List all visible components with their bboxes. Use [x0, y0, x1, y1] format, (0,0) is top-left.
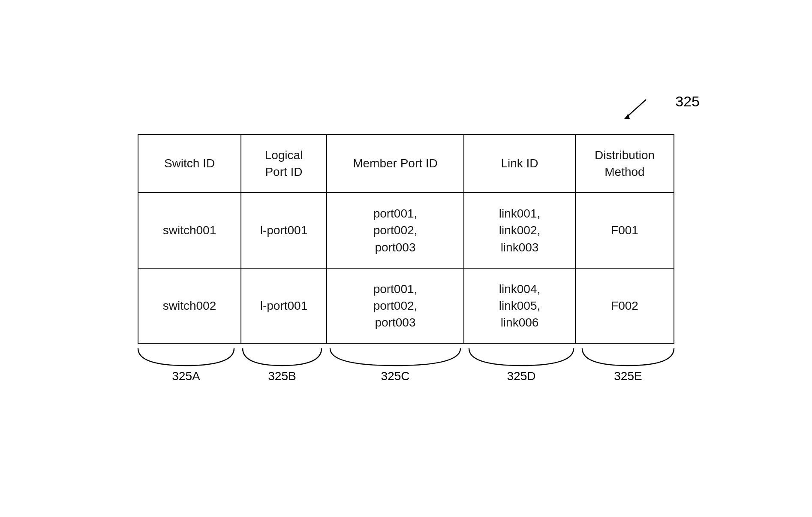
- header-logical-port-id: LogicalPort ID: [241, 134, 327, 193]
- bracket-325b-svg: [238, 346, 326, 368]
- bracket-325b: 325B: [238, 346, 326, 383]
- cell-member-port-id-2: port001,port002,port003: [327, 268, 464, 344]
- table-row-2: switch002 l-port001 port001,port002,port…: [138, 268, 674, 344]
- cell-distribution-method-2: F002: [575, 268, 674, 344]
- data-table: Switch ID LogicalPort ID Member Port ID …: [138, 134, 674, 344]
- label-325d: 325D: [507, 369, 536, 383]
- bracket-325a-svg: [134, 346, 238, 368]
- bracket-325e-svg: [578, 346, 678, 368]
- label-325e: 325E: [614, 369, 642, 383]
- label-325c: 325C: [381, 369, 410, 383]
- table-row-1: switch001 l-port001 port001,port002,port…: [138, 193, 674, 268]
- bracket-325e: 325E: [578, 346, 678, 383]
- label-325a: 325A: [172, 369, 200, 383]
- header-distribution-method: DistributionMethod: [575, 134, 674, 193]
- cell-logical-port-id-1: l-port001: [241, 193, 327, 268]
- label-325b: 325B: [268, 369, 296, 383]
- main-content: 325 Switch ID LogicalPort ID Member Port…: [134, 134, 678, 384]
- bracket-325d: 325D: [465, 346, 578, 383]
- bracket-325d-svg: [465, 346, 578, 368]
- cell-link-id-1: link001,link002,link003: [464, 193, 575, 268]
- header-switch-id: Switch ID: [138, 134, 241, 193]
- cell-logical-port-id-2: l-port001: [241, 268, 327, 344]
- header-link-id: Link ID: [464, 134, 575, 193]
- bracket-325c-svg: [326, 346, 465, 368]
- header-member-port-id: Member Port ID: [327, 134, 464, 193]
- page-container: 325 Switch ID LogicalPort ID Member Port…: [0, 0, 812, 517]
- cell-distribution-method-1: F001: [575, 193, 674, 268]
- bracket-325c: 325C: [326, 346, 465, 383]
- arrow-icon: [620, 97, 655, 123]
- cell-member-port-id-1: port001,port002,port003: [327, 193, 464, 268]
- brackets-container: 325A 325B 325C 325D: [134, 346, 678, 383]
- cell-switch-id-2: switch002: [138, 268, 241, 344]
- cell-link-id-2: link004,link005,link006: [464, 268, 575, 344]
- bracket-325a: 325A: [134, 346, 238, 383]
- diagram-label: 325: [675, 93, 700, 110]
- cell-switch-id-1: switch001: [138, 193, 241, 268]
